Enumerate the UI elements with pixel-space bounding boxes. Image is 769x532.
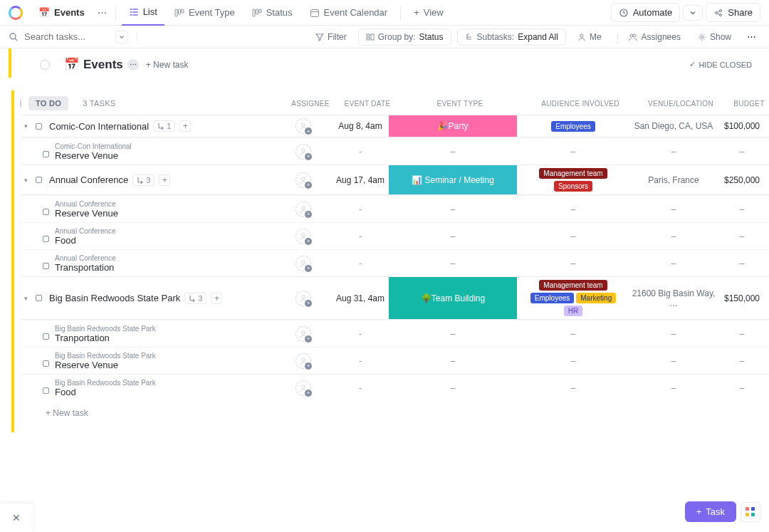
- col-budget[interactable]: BUDGET: [725, 100, 769, 108]
- venue-cell[interactable]: –: [629, 231, 718, 241]
- status-checkbox[interactable]: [43, 333, 49, 340]
- info-icon[interactable]: ⋯: [127, 59, 139, 71]
- task-row[interactable]: ▾ Comic-Con International 1 + + Aug 8, 4…: [21, 115, 769, 137]
- search-input[interactable]: [24, 31, 110, 42]
- view-collapse-toggle[interactable]: [40, 60, 50, 70]
- budget-cell[interactable]: –: [718, 204, 766, 214]
- task-title[interactable]: Comic-Con International: [49, 121, 149, 132]
- event-type-cell[interactable]: –: [389, 356, 517, 366]
- event-type-cell[interactable]: –: [389, 231, 517, 241]
- venue-cell[interactable]: –: [629, 259, 718, 268]
- audience-tag[interactable]: Sponsors: [554, 181, 592, 192]
- event-type-cell[interactable]: 📊 Seminar / Meeting: [389, 165, 517, 194]
- search-expand[interactable]: [115, 31, 128, 43]
- add-view-button[interactable]: + View: [407, 0, 451, 26]
- new-task-fab[interactable]: + Task: [685, 501, 736, 522]
- budget-cell[interactable]: –: [718, 356, 766, 366]
- venue-cell[interactable]: –: [629, 329, 718, 339]
- event-date-cell[interactable]: Aug 17, 4am: [332, 175, 389, 185]
- budget-cell[interactable]: –: [718, 259, 766, 268]
- status-checkbox[interactable]: [43, 387, 49, 394]
- audience-tag[interactable]: Employees: [551, 121, 595, 132]
- add-subtask-button[interactable]: +: [179, 120, 191, 132]
- status-checkbox[interactable]: [36, 295, 42, 301]
- task-row[interactable]: ▾ Big Basin Redwoods State Park 3 + + Au…: [21, 276, 769, 320]
- add-subtask-button[interactable]: +: [211, 293, 222, 304]
- status-checkbox[interactable]: [43, 236, 49, 242]
- audience-cell[interactable]: –: [517, 259, 629, 268]
- audience-cell[interactable]: –: [517, 147, 629, 157]
- event-date-cell[interactable]: -: [332, 147, 389, 157]
- status-checkbox[interactable]: [43, 209, 49, 215]
- assignee-add[interactable]: +: [295, 326, 311, 342]
- me-button[interactable]: Me: [572, 29, 607, 45]
- audience-cell[interactable]: Management teamSponsors: [517, 165, 629, 194]
- event-type-cell[interactable]: 🎉Party: [389, 115, 517, 137]
- list-title-tab[interactable]: 📅 Events: [31, 0, 92, 26]
- assignee-add[interactable]: +: [295, 144, 311, 160]
- event-type-cell[interactable]: –: [389, 329, 517, 339]
- title-more-icon[interactable]: ⋯: [95, 7, 110, 18]
- subtask-title[interactable]: Reserve Venue: [55, 360, 156, 370]
- event-date-cell[interactable]: -: [332, 204, 389, 214]
- apps-button[interactable]: [741, 502, 760, 522]
- status-checkbox[interactable]: [43, 151, 49, 157]
- assignee-add[interactable]: +: [295, 172, 311, 188]
- status-checkbox[interactable]: [36, 177, 42, 183]
- status-checkbox[interactable]: [36, 123, 42, 130]
- add-subtask-button[interactable]: +: [159, 174, 170, 186]
- subtask-title[interactable]: Reserve Venue: [55, 208, 118, 219]
- venue-cell[interactable]: –: [629, 204, 718, 214]
- collapse-icon[interactable]: ▾: [24, 122, 31, 130]
- new-task-header[interactable]: + New task: [146, 60, 189, 70]
- budget-cell[interactable]: $250,000: [718, 175, 766, 185]
- subtask-row[interactable]: Annual Conference Reserve Venue + - – – …: [21, 195, 769, 222]
- status-pill[interactable]: TO DO: [28, 96, 68, 110]
- col-event-type[interactable]: EVENT TYPE: [396, 100, 524, 108]
- audience-cell[interactable]: Employees: [517, 118, 629, 135]
- budget-cell[interactable]: –: [718, 383, 766, 393]
- event-date-cell[interactable]: -: [332, 259, 389, 268]
- subtask-count[interactable]: 3: [184, 293, 206, 304]
- group-by-button[interactable]: Group by: Status: [358, 28, 451, 46]
- tab-list[interactable]: List: [122, 0, 164, 26]
- collapse-icon[interactable]: ▾: [24, 295, 31, 302]
- budget-cell[interactable]: –: [718, 329, 766, 339]
- filter-button[interactable]: Filter: [310, 29, 352, 45]
- subtask-row[interactable]: Big Basin Redwoods State Park Tranportat…: [21, 320, 769, 347]
- col-assignee[interactable]: ASSIGNEE: [282, 100, 339, 108]
- subtask-count[interactable]: 3: [132, 174, 155, 186]
- budget-cell[interactable]: –: [718, 231, 766, 241]
- audience-cell[interactable]: Management teamEmployeesMarketingHR: [517, 277, 629, 319]
- event-date-cell[interactable]: -: [332, 383, 389, 393]
- collapse-icon[interactable]: ▾: [24, 177, 31, 184]
- event-date-cell[interactable]: Aug 31, 4am: [332, 293, 389, 303]
- group-collapse-toggle[interactable]: [20, 98, 21, 108]
- venue-cell[interactable]: Paris, France: [629, 175, 718, 185]
- subtask-row[interactable]: Comic-Con International Reserve Venue + …: [21, 137, 769, 165]
- subtask-title[interactable]: Transportation: [55, 262, 116, 273]
- app-logo[interactable]: [9, 6, 23, 20]
- tab-event-type[interactable]: Event Type: [167, 0, 242, 26]
- task-title[interactable]: Big Basin Redwoods State Park: [49, 293, 180, 303]
- budget-cell[interactable]: $150,000: [718, 293, 766, 303]
- event-type-cell[interactable]: 🌳Team Building: [389, 277, 517, 319]
- subtask-row[interactable]: Big Basin Redwoods State Park Food + - –…: [21, 374, 769, 401]
- automate-button[interactable]: Automate: [611, 3, 681, 22]
- event-type-cell[interactable]: –: [389, 383, 517, 393]
- event-date-cell[interactable]: -: [332, 356, 389, 366]
- status-checkbox[interactable]: [43, 360, 49, 367]
- assignee-add[interactable]: +: [295, 202, 311, 217]
- event-date-cell[interactable]: -: [332, 329, 389, 339]
- audience-tag[interactable]: Management team: [539, 280, 607, 291]
- event-date-cell[interactable]: Aug 8, 4am: [332, 121, 389, 131]
- subtask-row[interactable]: Annual Conference Transportation + - – –…: [21, 249, 769, 276]
- budget-cell[interactable]: –: [718, 147, 766, 157]
- audience-cell[interactable]: –: [517, 383, 629, 393]
- col-venue[interactable]: VENUE/LOCATION: [637, 100, 725, 108]
- audience-tag[interactable]: Marketing: [576, 293, 616, 303]
- event-type-cell[interactable]: –: [389, 259, 517, 268]
- audience-tag[interactable]: Management team: [539, 168, 607, 179]
- share-button[interactable]: Share: [706, 3, 760, 22]
- new-task-bottom[interactable]: + New task: [21, 401, 769, 425]
